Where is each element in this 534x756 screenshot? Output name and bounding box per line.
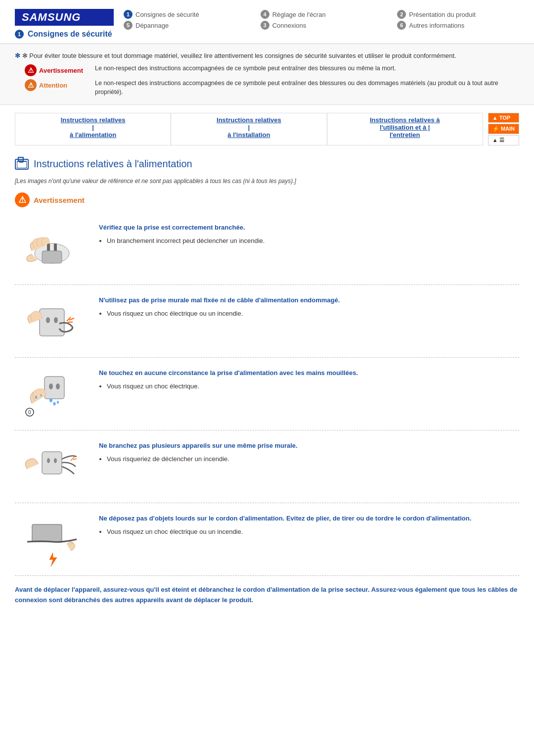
- asterisk-line: ✻ ✻ Pour éviter toute blessure et tout d…: [15, 52, 519, 59]
- nav-label-6: Autres informations: [409, 22, 464, 29]
- item-image-3: 0: [15, 367, 89, 421]
- item-image-4: [15, 439, 89, 494]
- item-content-4: Ne branchez pas plusieurs appareils sur …: [99, 439, 519, 464]
- nav-num-3: 3: [261, 21, 269, 30]
- item-bullet-3-1: Vous risquez un choc électrique.: [107, 381, 519, 391]
- nav-item-6[interactable]: 6 Autres informations: [397, 21, 519, 30]
- page-title-header: 1 Consignes de sécurité: [15, 30, 114, 39]
- last-paragraph: Avant de déplacer l'appareil, assurez-vo…: [15, 576, 519, 614]
- item-bullet-4-1: Vous risqueriez de déclencher un incendi…: [107, 454, 519, 464]
- avert-icon: ⚠: [15, 192, 30, 207]
- svg-text:0: 0: [28, 410, 31, 415]
- nav-label-1: Consignes de sécurité: [135, 11, 199, 18]
- instruction-item-4: Ne branchez pas plusieurs appareils sur …: [15, 430, 519, 503]
- item-bullets-1: Un branchement incorrect peut déclencher…: [99, 236, 519, 246]
- item-content-2: N'utilisez pas de prise murale mal fixée…: [99, 294, 519, 319]
- safety-notice: ✻ ✻ Pour éviter toute blessure et tout d…: [0, 44, 534, 105]
- nav-link-entretien-line3: l'entretien: [390, 131, 420, 139]
- asterisk-text: ✻ Pour éviter toute blessure et tout dom…: [22, 52, 456, 59]
- section-title-text: Instructions relatives à l'alimentation: [34, 158, 192, 170]
- warning-row-2: ⚠ Attention Le non-respect des instructi…: [25, 79, 519, 96]
- top-button[interactable]: ▲ TOP: [488, 113, 519, 123]
- svg-point-15: [49, 398, 52, 402]
- instruction-item-1: Vérifiez que la prise est correctement b…: [15, 212, 519, 285]
- avertissement-text: Le non-respect des instructions accompag…: [95, 64, 396, 73]
- instruction-item-2: N'utilisez pas de prise murale mal fixée…: [15, 285, 519, 358]
- item-image-1: [15, 221, 89, 276]
- svg-rect-6: [40, 309, 64, 336]
- nav-link-installation-sep: |: [248, 124, 250, 131]
- svg-point-18: [35, 396, 37, 399]
- section-title-icon: [15, 159, 29, 170]
- up-button[interactable]: ▲ ☰: [488, 135, 519, 145]
- attention-text: Le non-respect des instructions accompag…: [95, 79, 519, 96]
- avertissement-label: Avertissement: [39, 67, 83, 74]
- svg-point-16: [57, 401, 59, 404]
- top-buttons: ▲ TOP ⚡ MAIN ▲ ☰: [488, 113, 519, 145]
- nav-link-alimentation-sep: |: [92, 124, 94, 131]
- main-button[interactable]: ⚡ MAIN: [488, 124, 519, 134]
- item-bullets-4: Vous risqueriez de déclencher un incendi…: [99, 454, 519, 464]
- svg-point-19: [41, 394, 42, 397]
- item-image-5: [15, 512, 89, 567]
- nav-item-5[interactable]: 5 Dépannage: [124, 21, 246, 30]
- nav-label-4: Réglage de l'écran: [272, 11, 326, 18]
- nav-item-1[interactable]: 1 Consignes de sécurité: [124, 10, 246, 19]
- nav-link-entretien-line1: Instructions relatives à: [370, 116, 440, 124]
- main-content: Instructions relatives à l'alimentation …: [0, 153, 534, 629]
- nav-links-row: Instructions relatives | à l'alimentatio…: [0, 105, 534, 153]
- logo-area: SAMSUNG 1 Consignes de sécurité: [15, 9, 114, 39]
- nav-label-2: Présentation du produit: [409, 11, 475, 18]
- nav-link-installation-line1: Instructions relatives: [217, 116, 281, 124]
- nav-link-entretien[interactable]: Instructions relatives à l'utilisation e…: [327, 113, 483, 145]
- nav-link-alimentation[interactable]: Instructions relatives | à l'alimentatio…: [15, 113, 171, 145]
- page-num-badge: 1: [15, 30, 24, 39]
- svg-point-13: [49, 383, 53, 389]
- item-content-5: Ne déposez pas d'objets lourds sur le co…: [99, 512, 519, 537]
- svg-point-14: [56, 383, 60, 389]
- item-title-1: Vérifiez que la prise est correctement b…: [99, 223, 519, 232]
- svg-line-25: [71, 457, 75, 461]
- nav-num-6: 6: [397, 21, 406, 30]
- nav-num-5: 5: [124, 21, 133, 30]
- svg-point-17: [53, 402, 56, 406]
- item-title-3: Ne touchez en aucune circonstance la pri…: [99, 369, 519, 378]
- nav-num-1: 1: [124, 10, 133, 19]
- avertissement-badge: ⚠ Avertissement: [25, 64, 89, 76]
- svg-rect-1: [19, 160, 23, 162]
- warning-table: ⚠ Avertissement Le non-respect des instr…: [15, 64, 519, 96]
- item-title-4: Ne branchez pas plusieurs appareils sur …: [99, 441, 519, 450]
- svg-line-9: [67, 317, 71, 321]
- nav-item-2[interactable]: 2 Présentation du produit: [397, 10, 519, 19]
- attention-badge: ⚠ Attention: [25, 79, 89, 91]
- item-bullet-5-1: Vous risquez un choc électrique ou un in…: [107, 527, 519, 537]
- section-title: Instructions relatives à l'alimentation: [15, 158, 519, 172]
- item-image-2: [15, 294, 89, 348]
- nav-link-alimentation-line2: à l'alimentation: [70, 131, 116, 139]
- page-title-text: Consignes de sécurité: [28, 30, 112, 39]
- nav-links-container: Instructions relatives | à l'alimentatio…: [15, 113, 483, 145]
- svg-point-8: [54, 317, 58, 323]
- avertissement-icon: ⚠: [25, 64, 37, 76]
- svg-rect-27: [32, 524, 62, 542]
- svg-rect-5: [42, 251, 62, 263]
- attention-label: Attention: [39, 82, 67, 89]
- nav-num-2: 2: [397, 10, 406, 19]
- item-title-2: N'utilisez pas de prise murale mal fixée…: [99, 296, 519, 305]
- item-bullets-5: Vous risquez un choc électrique ou un in…: [99, 527, 519, 537]
- nav-link-installation[interactable]: Instructions relatives | à l'installatio…: [171, 113, 327, 145]
- attention-icon: ⚠: [25, 79, 37, 91]
- nav-item-3[interactable]: 3 Connexions: [261, 21, 383, 30]
- svg-point-24: [54, 458, 57, 463]
- nav-link-installation-line2: à l'installation: [227, 131, 270, 139]
- item-bullets-3: Vous risquez un choc électrique.: [99, 381, 519, 391]
- samsung-logo: SAMSUNG: [15, 9, 114, 26]
- nav-item-4[interactable]: 4 Réglage de l'écran: [261, 10, 383, 19]
- instruction-item-3: 0 Ne touchez en aucune circonstance la p…: [15, 358, 519, 430]
- nav-num-4: 4: [261, 10, 269, 19]
- section-warning-badge: ⚠ Avertissement: [15, 192, 519, 207]
- item-title-5: Ne déposez pas d'objets lourds sur le co…: [99, 514, 519, 523]
- svg-line-26: [73, 459, 77, 460]
- item-bullets-2: Vous risquez un choc électrique ou un in…: [99, 309, 519, 319]
- nav-link-alimentation-line1: Instructions relatives: [61, 116, 126, 124]
